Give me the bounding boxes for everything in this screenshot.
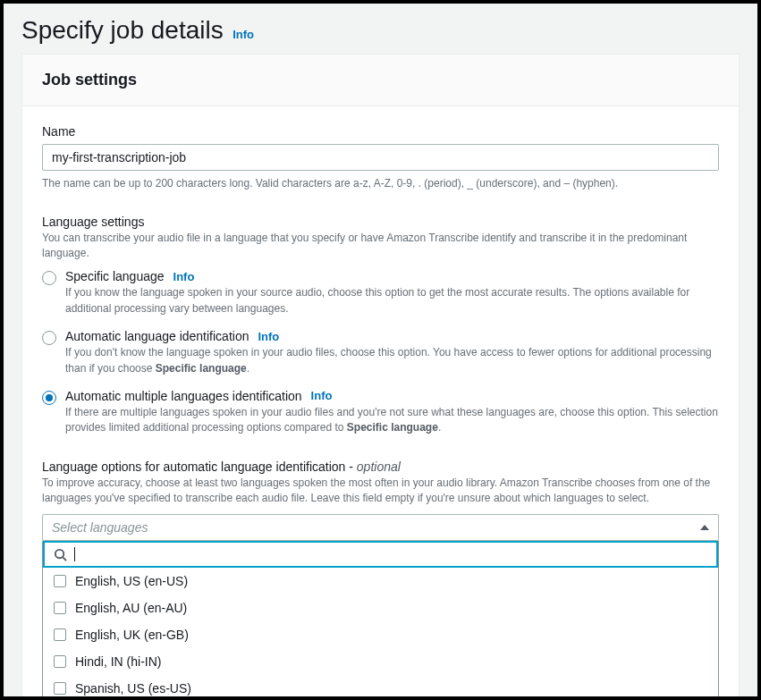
multiselect-search-input[interactable] <box>82 547 707 561</box>
radio-info-link[interactable]: Info <box>173 270 195 283</box>
multiselect-option-list: English, US (en-US)English, AU (en-AU)En… <box>43 568 718 696</box>
name-field-group: Name The name can be up to 200 character… <box>42 124 719 191</box>
language-settings-title: Language settings <box>42 215 719 229</box>
radio-description: If you don't know the language spoken in… <box>65 345 719 376</box>
radio-description: If there are multiple languages spoken i… <box>65 405 719 436</box>
radio-button[interactable] <box>42 331 56 345</box>
radio-button[interactable] <box>42 271 56 285</box>
page-title: Specify job details <box>21 16 224 44</box>
language-option-label: English, UK (en-GB) <box>75 628 189 642</box>
multiselect-trigger[interactable]: Select languages <box>42 514 719 541</box>
multiselect-search-row[interactable] <box>43 541 718 568</box>
radio-option-1[interactable]: Automatic language identificationInfoIf … <box>42 329 719 376</box>
panel-header: Job settings <box>22 55 739 106</box>
checkbox[interactable] <box>54 628 66 641</box>
language-multiselect: Select languages English, US (en- <box>42 514 719 696</box>
language-settings-desc: You can transcribe your audio file in a … <box>42 231 719 261</box>
language-option[interactable]: English, UK (en-GB) <box>43 621 718 648</box>
multiselect-dropdown: English, US (en-US)English, AU (en-AU)En… <box>42 541 719 696</box>
radio-label: Automatic multiple languages identificat… <box>65 389 302 403</box>
radio-label: Automatic language identification <box>65 329 249 343</box>
language-option[interactable]: Hindi, IN (hi-IN) <box>43 648 718 675</box>
radio-button[interactable] <box>42 391 56 405</box>
radio-label: Specific language <box>65 269 165 283</box>
language-options-title: Language options for automatic language … <box>42 460 719 474</box>
radio-option-0[interactable]: Specific languageInfoIf you know the lan… <box>42 269 719 316</box>
radio-dot <box>46 394 53 401</box>
radio-description: If you know the language spoken in your … <box>65 285 719 316</box>
radio-info-link[interactable]: Info <box>258 330 279 343</box>
language-option-label: Spanish, US (es-US) <box>75 681 191 696</box>
language-options-section: Language options for automatic language … <box>42 460 719 696</box>
job-settings-panel: Job settings Name The name can be up to … <box>21 54 740 696</box>
radio-option-2[interactable]: Automatic multiple languages identificat… <box>42 389 719 436</box>
name-label: Name <box>42 124 719 139</box>
page-header: Specify job details Info <box>4 4 757 54</box>
checkbox[interactable] <box>54 655 66 668</box>
page-info-link[interactable]: Info <box>233 28 254 41</box>
radio-info-link[interactable]: Info <box>311 389 333 402</box>
name-helper-text: The name can be up to 200 characters lon… <box>42 176 719 191</box>
svg-line-1 <box>63 557 66 561</box>
checkbox[interactable] <box>54 602 66 614</box>
language-settings-section: Language settings You can transcribe you… <box>42 215 719 436</box>
language-option[interactable]: English, AU (en-AU) <box>43 595 718 621</box>
svg-point-0 <box>55 550 63 558</box>
language-option-label: Hindi, IN (hi-IN) <box>75 654 161 669</box>
language-option[interactable]: English, US (en-US) <box>43 568 718 595</box>
language-option[interactable]: Spanish, US (es-US) <box>43 675 718 696</box>
name-input[interactable] <box>42 144 719 171</box>
search-icon <box>54 548 67 561</box>
checkbox[interactable] <box>54 575 66 587</box>
multiselect-placeholder: Select languages <box>52 520 148 535</box>
language-options-desc: To improve accuracy, choose at least two… <box>42 476 719 506</box>
panel-title: Job settings <box>42 71 719 89</box>
checkbox[interactable] <box>54 682 66 695</box>
chevron-up-icon <box>700 525 709 530</box>
text-cursor <box>74 547 75 561</box>
language-option-label: English, US (en-US) <box>75 574 188 588</box>
language-option-label: English, AU (en-AU) <box>75 601 187 615</box>
language-radio-group: Specific languageInfoIf you know the lan… <box>42 269 719 435</box>
